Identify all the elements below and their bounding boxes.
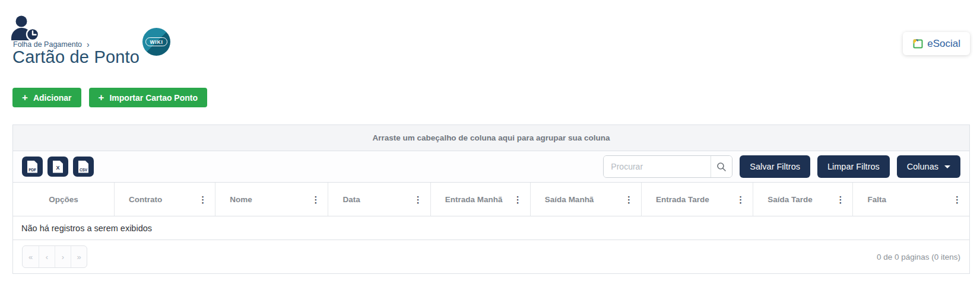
column-menu-icon[interactable]: ⋮: [198, 195, 207, 204]
title-row: Cartão de Ponto: [12, 47, 139, 67]
column-header-falta[interactable]: Falta ⋮: [852, 183, 969, 216]
caret-down-icon: [944, 165, 950, 168]
column-header-opcoes: Opções: [13, 183, 114, 216]
column-header-data[interactable]: Data ⋮: [328, 183, 430, 216]
pagination-summary: 0 de 0 páginas (0 itens): [877, 253, 960, 261]
export-pdf-button[interactable]: PDF: [22, 157, 43, 177]
toolbar-right: Salvar Filtros Limpar Filtros Colunas: [603, 155, 960, 178]
search-icon: [716, 162, 727, 172]
importar-label: Importar Cartao Ponto: [109, 93, 198, 103]
column-header-entrada-manha[interactable]: Entrada Manhã ⋮: [430, 183, 530, 216]
pdf-file-icon: PDF: [27, 161, 37, 173]
column-menu-icon[interactable]: ⋮: [513, 195, 522, 204]
plus-icon: +: [22, 92, 28, 103]
wiki-badge-label: WIKI: [145, 37, 167, 46]
page-title: Cartão de Ponto: [12, 47, 139, 67]
search-input[interactable]: [604, 156, 711, 177]
column-menu-icon[interactable]: ⋮: [311, 195, 320, 204]
export-group: PDF X CSV: [22, 157, 94, 177]
colunas-button[interactable]: Colunas: [897, 155, 960, 178]
empty-state-message: Não há registros a serem exibidos: [21, 224, 152, 233]
export-csv-button[interactable]: CSV: [73, 157, 94, 177]
pagination: « ‹ › »: [22, 245, 87, 268]
csv-file-icon: CSV: [78, 161, 88, 173]
plus-icon: +: [99, 92, 104, 103]
employee-clock-icon: [10, 15, 40, 42]
excel-file-icon: X: [53, 161, 63, 173]
group-drop-zone[interactable]: Arraste um cabeçalho de coluna aqui para…: [13, 125, 969, 151]
last-page-button[interactable]: »: [71, 246, 87, 267]
column-header-entrada-tarde[interactable]: Entrada Tarde ⋮: [641, 183, 753, 216]
empty-state-row: Não há registros a serem exibidos: [13, 216, 969, 240]
column-menu-icon[interactable]: ⋮: [414, 195, 423, 204]
grid-toolbar: PDF X CSV: [13, 151, 969, 183]
limpar-filtros-button[interactable]: Limpar Filtros: [817, 155, 890, 178]
grid-header-row: Opções Contrato ⋮ Nome ⋮ Data ⋮ Entrada …: [13, 183, 969, 216]
esocial-label: eSocial: [927, 38, 960, 50]
esocial-icon: [912, 38, 924, 49]
importar-cartao-ponto-button[interactable]: + Importar Cartao Ponto: [89, 88, 208, 107]
esocial-button[interactable]: eSocial: [903, 32, 970, 55]
first-page-button[interactable]: «: [23, 246, 39, 267]
search-button[interactable]: [711, 156, 732, 177]
adicionar-label: Adicionar: [33, 93, 72, 103]
column-menu-icon[interactable]: ⋮: [624, 195, 633, 204]
cartao-de-ponto-page: Folha de Pagamento › Cartão de Ponto WIK…: [0, 0, 980, 300]
wiki-badge[interactable]: WIKI: [142, 28, 170, 56]
column-header-contrato[interactable]: Contrato ⋮: [114, 183, 215, 216]
previous-page-button[interactable]: ‹: [39, 246, 55, 267]
adicionar-button[interactable]: + Adicionar: [12, 88, 81, 107]
column-menu-icon[interactable]: ⋮: [953, 195, 962, 204]
grid-footer: « ‹ › » 0 de 0 páginas (0 itens): [13, 240, 969, 273]
column-menu-icon[interactable]: ⋮: [736, 195, 745, 204]
column-header-saida-manha[interactable]: Saída Manhã ⋮: [530, 183, 641, 216]
column-header-nome[interactable]: Nome ⋮: [215, 183, 328, 216]
data-grid: Arraste um cabeçalho de coluna aqui para…: [12, 125, 970, 274]
export-excel-button[interactable]: X: [47, 157, 68, 177]
next-page-button[interactable]: ›: [55, 246, 71, 267]
actions-bar: + Adicionar + Importar Cartao Ponto: [12, 88, 207, 107]
column-menu-icon[interactable]: ⋮: [836, 195, 845, 204]
column-header-saida-tarde[interactable]: Saída Tarde ⋮: [753, 183, 852, 216]
search-box: [603, 155, 732, 178]
salvar-filtros-button[interactable]: Salvar Filtros: [740, 155, 810, 178]
group-hint-text: Arraste um cabeçalho de coluna aqui para…: [373, 133, 610, 142]
